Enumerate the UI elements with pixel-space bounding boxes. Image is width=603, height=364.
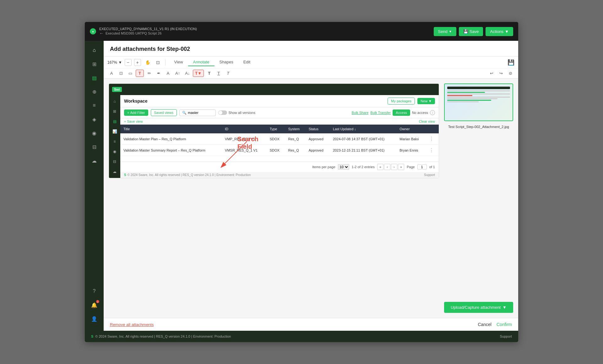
format-t3-btn[interactable]: T — [215, 70, 223, 77]
upload-caret-icon: ▼ — [503, 305, 507, 310]
last-page-button[interactable]: » — [398, 164, 404, 170]
status-indicator: ● — [90, 28, 96, 35]
thumb-line-green — [447, 92, 485, 93]
bulk-transfer-button[interactable]: Bulk Transfer — [370, 111, 391, 115]
search-input[interactable] — [188, 111, 213, 115]
zoom-out-button[interactable]: − — [125, 59, 132, 66]
ws-sidebar-chart[interactable]: 📊 — [110, 127, 119, 136]
canvas-area: Swi ⌂ ⊞ ▤ 📊 ≡ — [104, 78, 518, 318]
format-text-btn[interactable]: A — [107, 70, 116, 77]
per-page-select[interactable]: 10 25 50 — [338, 164, 349, 170]
toolbar-separator — [165, 59, 166, 66]
col-owner: Owner — [396, 125, 426, 133]
row1-menu-icon[interactable]: ⋮ — [429, 136, 434, 142]
sidebar-item-bell[interactable]: 🔔 1 — [88, 299, 100, 311]
ws-sidebar-eq2[interactable]: ⊟ — [110, 157, 119, 166]
undo-button[interactable]: ↩ — [487, 70, 496, 77]
actions-button[interactable]: Actions ▼ — [486, 27, 513, 36]
remove-all-button[interactable]: Remove all attachments — [110, 322, 154, 327]
toggle-switch[interactable] — [218, 110, 227, 115]
tab-view[interactable]: View — [169, 58, 188, 66]
ws-sidebar-eq[interactable]: ≡ — [110, 137, 119, 146]
row2-menu-icon[interactable]: ⋮ — [429, 147, 434, 153]
ws-sidebar-table[interactable]: ▤ — [110, 117, 119, 126]
ws-sidebar-user[interactable]: ◉ — [110, 147, 119, 156]
format-t2-btn[interactable]: T — [205, 70, 213, 77]
bottom-right-actions: Cancel Confirm — [478, 322, 512, 327]
clear-view-button[interactable]: Clear view — [419, 120, 435, 123]
format-t-active-btn[interactable]: T▼ — [193, 70, 204, 77]
tab-annotate[interactable]: Annotate — [188, 58, 215, 66]
page-number-input[interactable] — [417, 164, 427, 169]
format-box-btn[interactable]: ⊡ — [117, 70, 125, 77]
row2-status: Approved — [306, 145, 330, 156]
sidebar-item-home[interactable]: ⌂ — [88, 44, 100, 56]
add-filter-button[interactable]: + Add Filter — [124, 110, 148, 116]
save-view-button[interactable]: + Save view — [124, 120, 143, 123]
row2-id: VMSR_RES_Q_1 V1 — [222, 145, 267, 156]
access-button[interactable]: Access — [393, 110, 410, 116]
sidebar-item-table[interactable]: ▤ — [88, 72, 100, 84]
next-page-button[interactable]: › — [391, 164, 397, 170]
sidebar-item-cloud[interactable]: ☁ — [88, 154, 100, 167]
sidebar-item-grid[interactable]: ⊞ — [88, 58, 100, 70]
clear-button[interactable]: ⊘ — [506, 70, 514, 77]
ws-search-box[interactable]: 🔍 — [179, 110, 216, 116]
ws-logo: Swi — [112, 87, 122, 92]
my-packages-button[interactable]: My packages — [388, 98, 415, 104]
footer-support-link[interactable]: Support — [500, 335, 512, 338]
row1-owner: Marian Baloi — [396, 133, 426, 145]
canvas-save-button[interactable]: 💾 — [508, 59, 514, 66]
send-button[interactable]: Send ▼ — [434, 27, 456, 36]
page-footer: S © 2024 Sware, Inc. All rights reserved… — [85, 331, 518, 342]
format-pen-btn[interactable]: ✏ — [145, 70, 153, 77]
right-panel: Test Script_Step-002_Attachment_2.jpg Up… — [444, 83, 513, 313]
ws-sidebar-home[interactable]: ⌂ — [110, 97, 119, 106]
upload-capture-button[interactable]: Upload/Capture attachment ▼ — [444, 302, 513, 313]
sidebar-item-layout[interactable]: ⊕ — [88, 85, 100, 98]
sidebar-item-docs[interactable]: ≡ — [88, 99, 100, 112]
select-tool-button[interactable]: ⊡ — [155, 59, 161, 66]
format-text-size-btn[interactable]: A↑ — [173, 70, 182, 77]
bulk-share-button[interactable]: Bulk Share — [352, 111, 369, 115]
format-text-size-dn-btn[interactable]: A↓ — [183, 70, 192, 77]
zoom-in-button[interactable]: + — [134, 59, 141, 66]
show-all-versions-toggle[interactable]: Show all versions — [218, 110, 255, 115]
info-icon[interactable]: i — [430, 110, 435, 115]
redo-button[interactable]: ↪ — [497, 70, 505, 77]
saved-views-button[interactable]: Saved views — [151, 109, 177, 116]
sidebar-item-help[interactable]: ? — [88, 285, 100, 297]
format-t4-btn[interactable]: T — [224, 70, 232, 77]
sidebar-item-settings[interactable]: ◈ — [88, 113, 100, 126]
confirm-button[interactable]: Confirm — [497, 322, 512, 327]
sidebar-item-profile[interactable]: 👤 — [88, 313, 100, 325]
format-t-btn[interactable]: T — [136, 70, 144, 77]
col-last-updated[interactable]: Last Updated ↓ — [330, 125, 396, 133]
top-bar: ● EXECUTED_UATPQ_DYNAMICS_11_V1 R1 (IN E… — [85, 22, 518, 41]
row2-system: Res_Q — [285, 145, 306, 156]
save-disk-icon: 💾 — [463, 29, 468, 34]
new-button[interactable]: New ▼ — [417, 98, 435, 104]
save-button[interactable]: 💾 Save — [459, 27, 483, 36]
back-arrow-icon[interactable]: ← — [99, 31, 104, 36]
tab-shapes[interactable]: Shapes — [215, 58, 238, 66]
ws-support-link[interactable]: Support — [424, 173, 435, 177]
cancel-button[interactable]: Cancel — [478, 322, 492, 327]
format-pencil-btn[interactable]: ✒ — [155, 70, 163, 77]
sidebar-item-user[interactable]: ◉ — [88, 127, 100, 139]
no-access-label: No access — [412, 111, 428, 115]
ws-sidebar-grid[interactable]: ⊞ — [110, 107, 119, 116]
prev-page-button[interactable]: ‹ — [384, 164, 390, 170]
thumb-line-red — [447, 95, 472, 96]
pan-tool-button[interactable]: ✋ — [144, 59, 152, 66]
tab-edit[interactable]: Edit — [238, 58, 255, 66]
format-rect-btn[interactable]: ▭ — [126, 70, 134, 77]
top-bar-left: ● EXECUTED_UATPQ_DYNAMICS_11_V1 R1 (IN E… — [90, 27, 197, 36]
page-label: Page — [407, 165, 415, 169]
thumb-line-1 — [447, 90, 510, 91]
ws-sidebar-cloud[interactable]: ☁ — [110, 167, 119, 176]
sidebar-item-eq[interactable]: ⊟ — [88, 141, 100, 153]
format-fill-btn[interactable]: A — [164, 70, 172, 77]
dialog-header: Add attachments for Step-002 — [104, 41, 518, 56]
first-page-button[interactable]: « — [377, 164, 383, 170]
